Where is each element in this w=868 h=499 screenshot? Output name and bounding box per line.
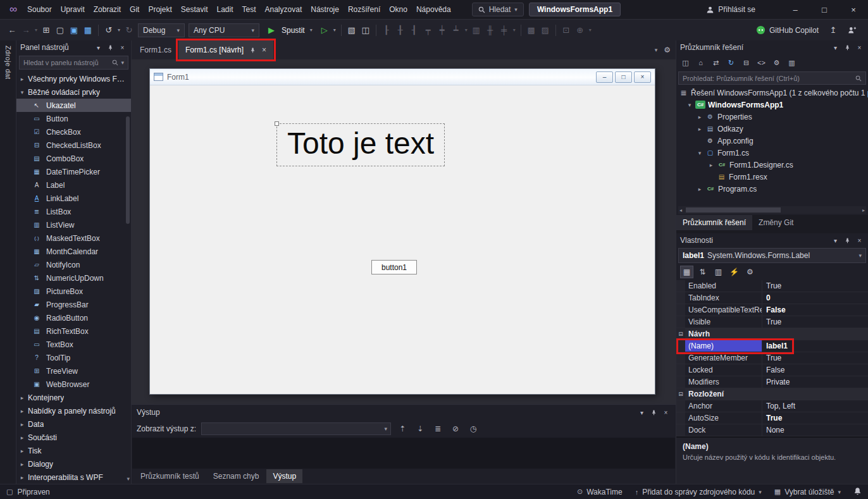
toolbox-scrollbar[interactable] <box>126 116 130 224</box>
property-value[interactable]: False <box>762 364 868 376</box>
toolbox-group-dialogy[interactable]: ▸Dialogy <box>16 457 131 471</box>
label1-control[interactable]: Toto je text <box>276 123 445 166</box>
tab-form1-cs[interactable]: Form1.cs <box>133 40 178 59</box>
close-button[interactable]: × <box>839 0 868 19</box>
toolbox-item-monthcalendar[interactable]: ▦MonthCalendar <box>16 245 131 258</box>
menu-item-projekt[interactable]: Projekt <box>144 3 176 16</box>
form-client-area[interactable]: Toto je text button1 <box>150 85 655 394</box>
tree-node-form1cs[interactable]: ▾ ▢ Form1.cs <box>676 147 868 159</box>
pin-icon[interactable] <box>843 236 852 245</box>
navigate-back-icon[interactable]: ← <box>5 23 19 38</box>
toolbox-item-treeview[interactable]: ⊞TreeView <box>16 364 131 378</box>
property-value[interactable]: True <box>762 352 868 364</box>
start-dropdown-icon[interactable]: ▾ <box>308 27 314 33</box>
align-rights-icon[interactable]: ┨ <box>407 23 421 38</box>
button1-control[interactable]: button1 <box>371 260 417 274</box>
pin-icon[interactable] <box>248 46 257 55</box>
property-row-dock[interactable]: DockNone <box>676 424 868 436</box>
github-copilot-button[interactable]: GitHub Copilot <box>756 25 819 35</box>
save-icon[interactable]: ▣ <box>67 23 81 38</box>
toolbox-item-progressbar[interactable]: ▰ProgressBar <box>16 298 131 311</box>
align-bottoms-icon[interactable]: ┷ <box>449 23 463 38</box>
close-icon[interactable]: × <box>118 43 127 52</box>
menu-item-ladit[interactable]: Ladit <box>212 3 237 16</box>
property-value[interactable]: None <box>762 424 868 436</box>
tab-solution-explorer[interactable]: Průzkumník řešení <box>676 215 752 230</box>
property-row-visible[interactable]: VisibleTrue <box>676 316 868 328</box>
menu-item-nastroje[interactable]: Nástroje <box>306 3 344 16</box>
tree-node-form1resx[interactable]: ▤ Form1.resx <box>676 171 868 183</box>
timestamp-icon[interactable]: ◷ <box>467 424 480 433</box>
toolbox-group-data[interactable]: ▸Data <box>16 417 131 431</box>
pin-icon[interactable] <box>843 43 852 52</box>
performance-profiler-icon[interactable]: ▧ <box>345 23 359 38</box>
output-text-area[interactable] <box>132 438 675 469</box>
scrollbar-thumb[interactable] <box>686 207 781 213</box>
toolbox-item-linklabel[interactable]: ALinkLabel <box>16 192 131 205</box>
property-row-autosize[interactable]: AutoSizeTrue <box>676 412 868 424</box>
output-source-dropdown[interactable]: ▾ <box>201 422 391 435</box>
toolbox-group-common-controls[interactable]: ▾ Běžné ovládací prvky <box>16 85 131 99</box>
property-row-usecompatibletextrendering[interactable]: UseCompatibleTextRenderingFalse <box>676 304 868 316</box>
toolbox-item-richtextbox[interactable]: ▤RichTextBox <box>16 324 131 338</box>
align-lefts-icon[interactable]: ┠ <box>380 23 394 38</box>
menu-item-okno[interactable]: Okno <box>385 3 412 16</box>
property-row-tabindex[interactable]: TabIndex0 <box>676 292 868 304</box>
toolbox-search-input[interactable]: Hledat v panelu nástrojů ▾ <box>19 56 128 70</box>
start-debugging-button[interactable]: ▶ Spustit ▾ <box>261 23 318 38</box>
zoom-icon[interactable]: ⊕ <box>573 23 587 38</box>
property-value[interactable]: Private <box>762 376 868 388</box>
vertical-spacing-icon[interactable]: ╪ <box>497 23 511 38</box>
make-same-size-icon[interactable]: ▥ <box>469 23 483 38</box>
tab-form1-cs-design[interactable]: Form1.cs [Návrh] × <box>178 40 273 59</box>
toolbox-group-kontejnery[interactable]: ▸Kontejnery <box>16 391 131 404</box>
tree-node-odkazy[interactable]: ▸ ▤ Odkazy <box>676 123 868 135</box>
align-centers-icon[interactable]: ╂ <box>394 23 407 38</box>
toolbox-item-textbox[interactable]: ▭TextBox <box>16 338 131 351</box>
previous-message-icon[interactable]: ⇡ <box>396 424 409 433</box>
save-all-icon[interactable]: ▦ <box>81 23 95 38</box>
home-icon[interactable]: ⌂ <box>694 56 707 69</box>
align-dropdown-icon[interactable]: ▾ <box>463 27 469 33</box>
tab-test-explorer[interactable]: Průzkumník testů <box>134 469 206 483</box>
navigate-dropdown-icon[interactable]: ▾ <box>33 27 39 33</box>
toolbox-group-nabidky[interactable]: ▸Nabídky a panely nástrojů <box>16 404 131 417</box>
start-without-debugging-icon[interactable]: ▷ <box>318 23 332 38</box>
tab-error-list[interactable]: Seznam chyb <box>207 469 266 483</box>
tab-output[interactable]: Výstup <box>266 469 302 483</box>
menu-item-zobrazit[interactable]: Zobrazit <box>89 3 125 16</box>
toolbox-item-combobox[interactable]: ▤ComboBox <box>16 152 131 165</box>
horizontal-spacing-icon[interactable]: ╫ <box>483 23 497 38</box>
window-position-icon[interactable]: ▾ <box>831 236 840 245</box>
toolbox-item-checkbox[interactable]: ☑CheckBox <box>16 125 131 139</box>
solution-configuration-dropdown[interactable]: Debug ▾ <box>138 23 185 37</box>
view-code-icon[interactable]: <> <box>755 56 768 69</box>
property-pages-icon[interactable]: ⚙ <box>743 266 757 278</box>
data-sources-tab[interactable]: Zdroje dat <box>4 46 12 484</box>
solution-platform-dropdown[interactable]: Any CPU ▾ <box>189 23 259 37</box>
chevron-right-icon[interactable]: ▸ <box>697 186 703 192</box>
toolbox-item-datetimepicker[interactable]: ▦DateTimePicker <box>16 165 131 178</box>
select-repository-button[interactable]: ▦ Vybrat úložiště ▾ <box>774 488 841 496</box>
tab-git-changes[interactable]: Změny Git <box>752 215 800 230</box>
property-value[interactable]: Top, Left <box>762 400 868 412</box>
minimize-button[interactable]: – <box>781 0 810 19</box>
solution-search-input[interactable]: Prohledat: Průzkumník řešení (Ctrl+ů) <box>678 71 866 85</box>
menu-item-sestavit[interactable]: Sestavit <box>177 3 213 16</box>
notifications-bell-icon[interactable] <box>853 487 862 497</box>
tree-node-properties[interactable]: ▸ ⚙ Properties <box>676 111 868 123</box>
share-icon[interactable]: ↥ <box>826 23 840 38</box>
alphabetical-icon[interactable]: ⇅ <box>696 266 709 278</box>
show-all-files-icon[interactable]: ▥ <box>785 56 798 69</box>
close-icon[interactable]: × <box>855 43 864 52</box>
toolbox-item-checkedlistbox[interactable]: ⊟CheckedListBox <box>16 139 131 152</box>
tree-node-project[interactable]: ▾ C# WindowsFormsApp1 <box>676 99 868 111</box>
tab-order-icon[interactable]: ⊡ <box>559 23 573 38</box>
spacing-dropdown-icon[interactable]: ▾ <box>511 27 518 33</box>
property-category-rozlozeni[interactable]: ⊟Rozložení <box>676 388 868 400</box>
send-to-back-icon[interactable]: ▨ <box>538 23 552 38</box>
properties-icon[interactable]: ⚙ <box>770 56 783 69</box>
pin-icon[interactable] <box>649 408 659 417</box>
toolbox-item-notifyicon[interactable]: ▱NotifyIcon <box>16 258 131 271</box>
next-message-icon[interactable]: ⇣ <box>414 424 426 433</box>
